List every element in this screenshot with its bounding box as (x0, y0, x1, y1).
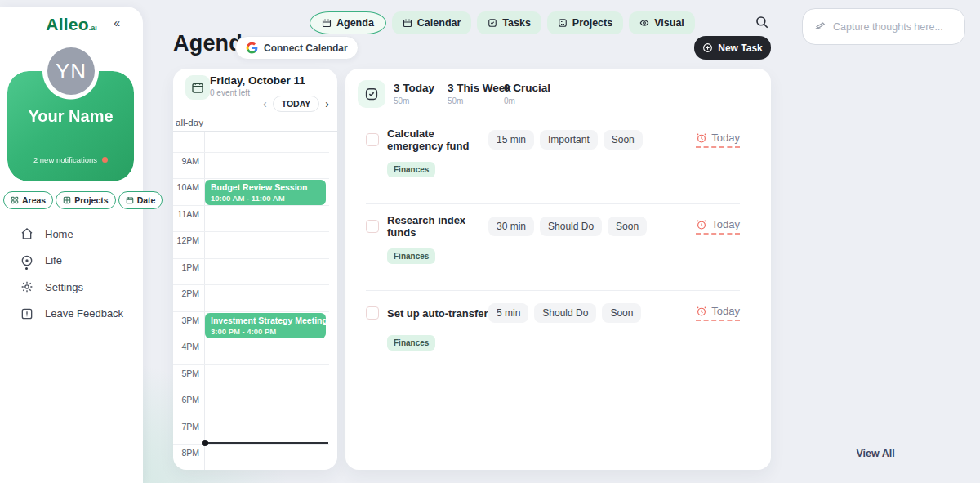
alarm-icon (696, 219, 707, 230)
stat-label: 3 Today (394, 82, 434, 94)
new-task-label: New Task (718, 42, 762, 54)
projects-icon (63, 196, 71, 204)
stat-label: 3 This Week (448, 82, 511, 94)
task-tag[interactable]: Finances (387, 248, 435, 264)
home-icon (20, 227, 33, 240)
alarm-icon (696, 132, 707, 144)
priority-chip[interactable]: Important (540, 130, 598, 150)
tab-visual[interactable]: Visual (629, 11, 695, 34)
collapse-sidebar-icon[interactable]: « (114, 16, 120, 29)
hour-label: 10AM (173, 182, 199, 192)
tab-label: Agenda (336, 17, 374, 29)
calendar-icon (191, 81, 204, 94)
notifications-text: 2 new notifications (33, 155, 97, 164)
calendar-panel: Friday, October 11 0 event left ‹ TODAY … (173, 69, 337, 470)
notifications-link[interactable]: 2 new notifications (7, 155, 134, 164)
task-checkbox[interactable] (366, 133, 379, 146)
urgency-chip[interactable]: Soon (608, 217, 647, 236)
due-label: Today (711, 132, 740, 144)
hour-label: 8PM (173, 448, 199, 458)
due-date[interactable]: Today (696, 305, 740, 321)
duration-chip[interactable]: 30 min (488, 217, 534, 236)
filter-date[interactable]: Date (118, 191, 163, 209)
calendar-event[interactable]: Investment Strategy Meeting 3:00 PM - 4:… (205, 313, 326, 338)
stat-duration: 50m (448, 96, 511, 105)
tab-calendar[interactable]: Calendar (392, 11, 472, 34)
duration-chip[interactable]: 5 min (488, 303, 528, 323)
projects-icon (558, 18, 568, 28)
all-day-row: all-day (173, 114, 337, 132)
menu-label: Leave Feedback (45, 307, 123, 320)
sidebar-item-home[interactable]: Home (20, 221, 135, 248)
sidebar-filters: Areas Projects Date (3, 191, 163, 209)
app-root: Alleo.ai « YN Your Name 2 new notificati… (0, 0, 980, 483)
filter-projects[interactable]: Projects (56, 191, 115, 209)
user-name: Your Name (7, 107, 134, 126)
stat-this-week: 3 This Week 50m (448, 82, 511, 105)
calendar-date: Friday, October 11 (210, 74, 305, 87)
next-day-icon[interactable]: › (325, 98, 329, 110)
hour-label: 2PM (173, 288, 199, 298)
urgency-chip[interactable]: Soon (602, 303, 641, 323)
logo-text: Alleo (46, 15, 88, 34)
tasks-icon-box (358, 80, 385, 108)
connect-calendar-button[interactable]: Connect Calendar (235, 36, 359, 60)
due-label: Today (711, 218, 740, 230)
task-tag[interactable]: Finances (387, 162, 435, 177)
due-label: Today (711, 305, 740, 317)
current-time-dot (202, 440, 208, 446)
tasks-panel: 3 Today 50m 3 This Week 50m 0 Crucial 0m… (345, 69, 771, 470)
tab-agenda[interactable]: Agenda (310, 11, 386, 34)
today-button[interactable]: TODAY (273, 96, 320, 112)
view-all-link[interactable]: View All (826, 448, 924, 459)
capture-thoughts-input[interactable] (833, 21, 953, 33)
sidebar-item-life[interactable]: Life (20, 248, 135, 275)
event-time: 3:00 PM - 4:00 PM (211, 327, 320, 336)
hour-label: 5PM (173, 369, 199, 378)
hour-label: 6PM (173, 395, 199, 405)
filter-label: Date (137, 195, 156, 205)
duration-chip[interactable]: 15 min (488, 130, 534, 150)
task-checkbox[interactable] (366, 220, 379, 233)
stat-duration: 50m (394, 96, 434, 105)
filter-label: Areas (22, 195, 46, 205)
top-nav: Agenda Calendar Tasks Projects Visual (310, 11, 695, 34)
tab-tasks[interactable]: Tasks (477, 11, 541, 34)
hour-label: 4PM (173, 342, 199, 351)
stat-crucial: 0 Crucial 0m (504, 82, 550, 105)
menu-label: Life (45, 254, 62, 266)
task-row: Calculate emergency fund 15 min Importan… (366, 126, 740, 204)
tab-projects[interactable]: Projects (547, 11, 623, 34)
gear-icon (20, 280, 33, 293)
current-time-indicator (205, 442, 328, 444)
filter-label: Projects (74, 195, 108, 205)
connect-calendar-label: Connect Calendar (264, 42, 348, 54)
check-square-icon (364, 87, 379, 101)
calendar-icon (126, 196, 134, 204)
target-icon (20, 254, 33, 267)
google-icon (246, 42, 258, 54)
filter-areas[interactable]: Areas (3, 191, 53, 209)
sidebar-item-settings[interactable]: Settings (20, 274, 135, 301)
priority-chip[interactable]: Should Do (534, 303, 596, 323)
task-row: Set up auto-transfer 5 min Should Do Soo… (366, 299, 740, 378)
avatar: YN (47, 47, 95, 95)
search-icon[interactable] (755, 15, 771, 31)
due-date[interactable]: Today (696, 218, 740, 235)
due-date[interactable]: Today (696, 132, 740, 148)
hour-label: 12PM (173, 235, 199, 245)
calendar-nav: ‹ TODAY › (263, 96, 329, 112)
notification-dot-icon (102, 157, 108, 163)
all-day-label: all-day (176, 118, 203, 127)
sidebar-item-feedback[interactable]: Leave Feedback (20, 301, 135, 328)
new-task-button[interactable]: New Task (694, 36, 771, 60)
task-checkbox[interactable] (366, 306, 379, 320)
urgency-chip[interactable]: Soon (604, 130, 643, 150)
hour-label: 1PM (173, 262, 199, 272)
prev-day-icon[interactable]: ‹ (263, 98, 267, 110)
calendar-event[interactable]: Budget Review Session 10:00 AM - 11:00 A… (205, 180, 326, 205)
priority-chip[interactable]: Should Do (540, 217, 602, 236)
tab-label: Projects (572, 17, 612, 29)
task-tag[interactable]: Finances (387, 335, 435, 351)
events-left: 0 event left (210, 88, 250, 97)
